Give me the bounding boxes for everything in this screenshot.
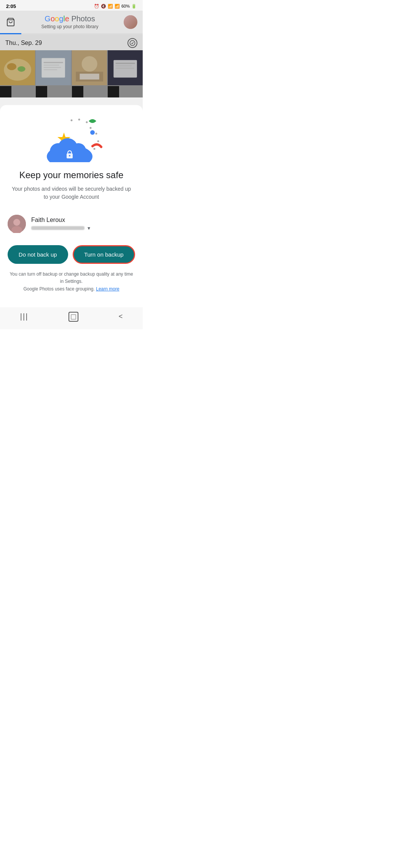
photo-cell[interactable]	[72, 50, 107, 85]
home-nav-button[interactable]: □	[68, 312, 78, 322]
account-info: Faith Leroux ▾	[31, 217, 135, 231]
background-section: Google Photos Setting up your photo libr…	[0, 11, 143, 97]
photo-cell[interactable]	[0, 50, 35, 85]
alarm-icon: ⏰	[94, 4, 99, 9]
learn-more-link[interactable]: Learn more	[96, 286, 119, 292]
account-row[interactable]: Faith Leroux ▾	[8, 210, 135, 238]
recents-nav-button[interactable]: |||	[20, 312, 29, 321]
bag-icon[interactable]	[5, 17, 16, 27]
avatar[interactable]	[124, 15, 137, 29]
email-blur	[31, 226, 84, 230]
photo-cell[interactable]	[0, 86, 11, 97]
battery-text: 60%	[121, 4, 130, 8]
date-label: Thu., Sep. 29	[5, 40, 42, 46]
svg-point-27	[97, 140, 99, 142]
mute-icon: 🔇	[101, 4, 106, 9]
photo-cell[interactable]	[108, 50, 143, 85]
status-time: 2:05	[6, 3, 16, 9]
nav-bar: ||| □ <	[0, 307, 143, 329]
backup-settings-note: You can turn off backup or change backup…	[10, 271, 133, 284]
chevron-down-icon[interactable]: ▾	[88, 225, 90, 231]
account-avatar	[8, 215, 26, 233]
status-bar: 2:05 ⏰ 🔇 📶 📶 60% 🔋	[0, 0, 143, 11]
header-logo: Google Photos Setting up your photo libr…	[16, 14, 124, 29]
svg-point-26	[95, 133, 97, 135]
date-section: Thu., Sep. 29	[0, 34, 143, 50]
app-title: Google Photos	[45, 14, 95, 23]
svg-point-33	[90, 130, 95, 135]
battery-icon: 🔋	[131, 4, 137, 9]
svg-point-37	[71, 143, 86, 158]
select-all-button[interactable]	[127, 38, 137, 48]
svg-point-29	[86, 121, 88, 123]
photo-cell[interactable]	[72, 86, 83, 97]
cloud-illustration	[8, 116, 135, 162]
photo-cell[interactable]	[36, 50, 71, 85]
wifi-icon: 📶	[108, 4, 113, 9]
account-email: ▾	[31, 225, 135, 231]
account-name: Faith Leroux	[31, 217, 135, 223]
photo-grid	[0, 50, 143, 97]
modal-description: Your photos and videos will be securely …	[8, 185, 135, 201]
signal-icon: 📶	[115, 4, 120, 9]
photo-cell[interactable]	[108, 86, 119, 97]
svg-point-30	[78, 119, 80, 121]
svg-point-28	[93, 148, 95, 150]
do-not-backup-button[interactable]: Do not back up	[8, 245, 68, 264]
photo-cell[interactable]	[36, 86, 47, 97]
status-icons: ⏰ 🔇 📶 📶 60% 🔋	[94, 4, 137, 9]
header-subtitle: Setting up your photo library	[41, 24, 98, 29]
turn-on-backup-button[interactable]: Turn on backup	[73, 245, 135, 264]
button-row: Do not back up Turn on backup	[8, 245, 135, 264]
modal-title: Keep your memories safe	[8, 170, 135, 180]
svg-point-25	[89, 127, 91, 129]
back-nav-button[interactable]: <	[119, 313, 123, 321]
backup-dialog: Keep your memories safe Your photos and …	[0, 105, 143, 303]
face-grouping-note: Google Photos uses face grouping.	[23, 286, 96, 292]
app-header: Google Photos Setting up your photo libr…	[0, 11, 143, 33]
svg-point-41	[13, 219, 20, 226]
svg-point-31	[70, 120, 72, 121]
footer-note: You can turn off backup or change backup…	[8, 271, 135, 293]
svg-point-39	[69, 155, 70, 156]
